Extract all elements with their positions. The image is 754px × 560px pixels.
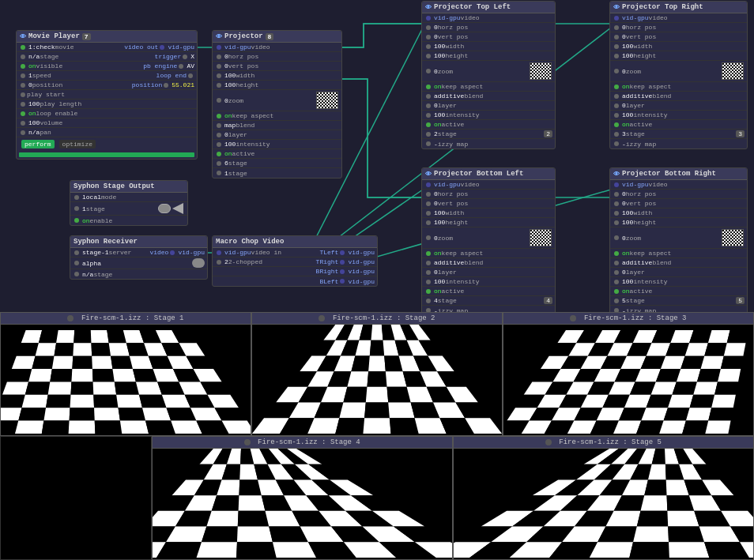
node-row: 0 vert pos	[610, 32, 747, 42]
port-dot	[170, 250, 175, 255]
row-value: vid-gpu	[348, 249, 375, 256]
port-dot	[426, 261, 431, 265]
stage-4-dot	[244, 439, 251, 445]
node-row: 100 intensity	[213, 140, 341, 149]
port-dot	[217, 171, 221, 175]
node-row: vid-gpu video	[422, 180, 555, 190]
row-value: vid-gpu	[348, 278, 375, 285]
port-dot	[614, 69, 619, 73]
projector-bottom-left-title: Projector Bottom Left	[434, 170, 523, 178]
row-label: layer	[438, 269, 552, 276]
port-dot	[614, 44, 619, 49]
port-dot	[426, 103, 431, 108]
node-row: 0 zoom	[610, 227, 747, 249]
row-label: height	[633, 219, 745, 226]
node-row: n/a pan	[17, 128, 197, 137]
stage-3-window: Fire-scm-1.izz : Stage 3	[503, 312, 754, 436]
projector-bottom-right-node: 👁 Projector Bottom Right vid-gpu video 0…	[609, 167, 748, 316]
row-label: pan	[40, 129, 194, 136]
node-row: BLeft vid-gpu	[213, 276, 377, 286]
port-dot	[217, 98, 221, 103]
eye-icon: 👁	[216, 33, 222, 40]
port-dot	[21, 102, 25, 107]
stage-4-title: Fire-scm-1.izz : Stage 4	[258, 438, 360, 446]
row-label: visible	[36, 62, 144, 70]
syphon-receiver-node: Syphon Receiver stage-1 server video vid…	[70, 235, 208, 280]
row-label: active	[630, 121, 745, 128]
node-row: 100 volume	[17, 118, 197, 128]
optimize-button[interactable]: optimize	[59, 140, 96, 148]
row-label: izzy map	[438, 141, 552, 148]
port-right: video	[149, 249, 168, 256]
row-value: X	[190, 53, 194, 60]
port-dot	[426, 35, 431, 39]
row-label: video in	[251, 249, 320, 256]
node-row: on active	[213, 149, 341, 159]
row-value: on	[82, 217, 90, 224]
row-label: play start	[27, 91, 194, 98]
node-row: 0 zoom	[422, 227, 555, 249]
row-label: active	[630, 288, 745, 295]
port-dot	[426, 182, 431, 187]
port-dot	[426, 113, 431, 118]
port-dot	[426, 235, 431, 240]
node-row: vid-gpu video	[213, 43, 341, 52]
row-value: on	[224, 150, 232, 157]
node-row: 1:check movie video out vid-gpu	[17, 43, 197, 52]
row-label: width	[445, 43, 552, 50]
port-dot	[614, 132, 619, 137]
row-value: vid-gpu	[178, 249, 205, 256]
port-dot	[217, 152, 221, 156]
port-dot	[426, 280, 431, 284]
stage-id: 3	[736, 130, 745, 137]
port-dot	[74, 218, 79, 223]
row-value: on	[434, 288, 442, 295]
port-dot	[217, 123, 221, 128]
row-label: blend	[652, 259, 745, 266]
node-row: n/a stage trigger X	[17, 52, 197, 62]
node-row: on keep aspect	[213, 111, 341, 121]
row-label: vert pos	[228, 62, 339, 70]
row-label: horz pos	[438, 190, 552, 197]
row-value: additive	[434, 259, 464, 266]
node-row: 6 stage	[213, 159, 341, 168]
node-row: - izzy map	[610, 139, 747, 148]
node-row: 1 stage	[213, 168, 341, 178]
row-label: keep aspect	[630, 83, 745, 90]
port-dot	[614, 85, 619, 89]
port-dot	[614, 270, 619, 275]
row-label: stage	[438, 130, 544, 137]
row-value: additive	[622, 92, 652, 100]
row-label: intensity	[633, 278, 745, 285]
perform-button[interactable]: perform	[21, 140, 55, 148]
row-label: stage	[438, 297, 544, 304]
node-row: 100 height	[422, 218, 555, 227]
port-dot	[426, 141, 431, 146]
node-row: stage-1 server video vid-gpu	[70, 248, 207, 257]
node-row: 0 horz pos	[422, 190, 555, 199]
node-row: 100 intensity	[610, 277, 747, 287]
projector-bottom-right-title: Projector Bottom Right	[622, 170, 716, 178]
row-value: 100	[224, 72, 236, 79]
stage-3-titlebar: Fire-scm-1.izz : Stage 3	[503, 313, 753, 325]
node-row: 100 height	[610, 51, 747, 61]
row-label: zoom	[626, 68, 721, 75]
node-row: - izzy map	[422, 139, 555, 148]
projector-bottom-right-header: 👁 Projector Bottom Right	[610, 168, 747, 180]
row-value: 55.021	[172, 81, 194, 88]
row-label: vert pos	[626, 33, 745, 40]
node-row: on active	[422, 287, 555, 296]
row-value: 100	[434, 219, 445, 226]
port-dot	[426, 132, 431, 137]
row-value: 100	[622, 278, 633, 285]
row-label: intensity	[445, 278, 552, 285]
row-value: map	[224, 122, 236, 129]
row-label: width	[445, 209, 552, 216]
row-label: video	[461, 181, 552, 188]
node-row: 100 height	[610, 218, 747, 227]
port-right: BRight	[316, 268, 339, 275]
port-dot	[426, 94, 431, 99]
eye-icon: 👁	[20, 33, 26, 40]
node-row: 0 horz pos	[610, 23, 747, 32]
row-label: stage	[626, 297, 736, 304]
